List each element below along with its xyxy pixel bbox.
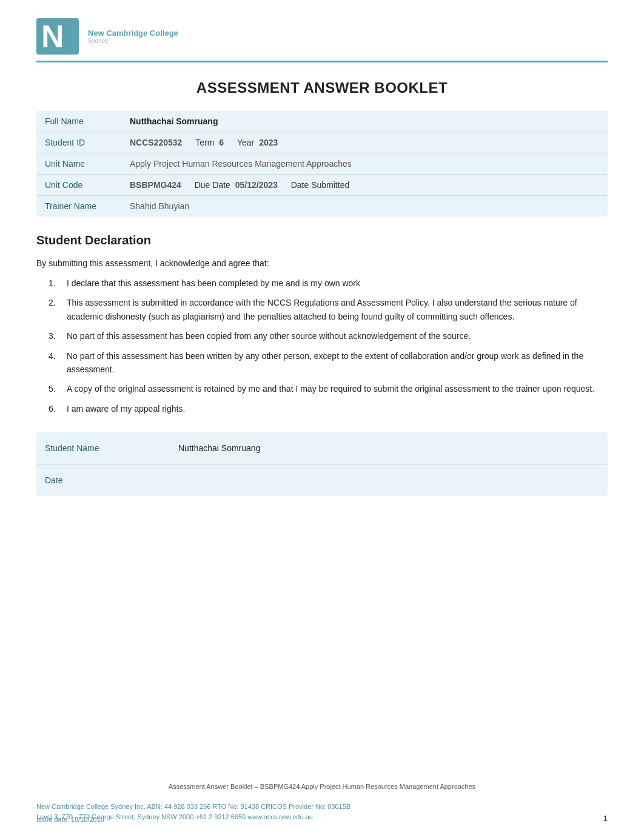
- trainer-label: Trainer Name: [36, 196, 121, 217]
- footer-issue-date: Issue date: 18/10/2018: [36, 816, 104, 823]
- table-row-unitcode: Unit Code BSBPMG424 Due Date 05/12/2023 …: [36, 175, 608, 196]
- studentid-label: Student ID: [36, 132, 121, 153]
- list-item: 4. No part of this assessment has been w…: [49, 349, 608, 377]
- info-table: Full Name Nutthachai Somruang Student ID…: [36, 111, 608, 216]
- unitcode-label: Unit Code: [36, 175, 121, 196]
- org-tagline: Sydney: [88, 38, 178, 44]
- table-row-fullname: Full Name Nutthachai Somruang: [36, 111, 608, 132]
- fullname-label: Full Name: [36, 111, 121, 132]
- page-title: ASSESSMENT ANSWER BOOKLET: [36, 79, 608, 96]
- duedate-label: Due Date: [195, 180, 230, 190]
- sig-date-label: Date: [36, 464, 170, 497]
- unitname-value: Apply Project Human Resources Management…: [121, 153, 608, 175]
- list-item: 5. A copy of the original assessment is …: [49, 382, 608, 395]
- logo-text-block: New Cambridge College Sydney: [88, 29, 178, 44]
- student-id-number: NCCS220532: [130, 138, 182, 147]
- year-label: Year: [237, 138, 254, 147]
- unitname-text: Apply Project Human Resources Management…: [130, 159, 352, 169]
- unitname-label: Unit Name: [36, 153, 121, 175]
- trainer-value: Shahid Bhuyian: [121, 196, 608, 217]
- footer-page-number: 1: [603, 814, 608, 823]
- fullname-value: Nutthachai Somruang: [121, 111, 608, 132]
- footer-institution-line1: New Cambridge College Sydney Inc. ABN: 4…: [36, 802, 351, 813]
- datesubmitted-label: Date Submitted: [291, 180, 350, 190]
- footer-bottom: Issue date: 18/10/2018 New Cambridge Col…: [36, 792, 608, 823]
- duedate-value: 05/12/2023: [235, 180, 278, 190]
- sig-date-value: [170, 464, 608, 497]
- table-row-studentid: Student ID NCCS220532 Term 6 Year 2023: [36, 132, 608, 153]
- term-label: Term: [195, 138, 214, 147]
- table-row-trainer: Trainer Name Shahid Bhuyian: [36, 196, 608, 217]
- sig-name-value: Nutthachai Somruang: [170, 432, 608, 464]
- signature-table: Student Name Nutthachai Somruang Date: [36, 432, 608, 496]
- unitcode-value: BSBPMG424 Due Date 05/12/2023 Date Submi…: [121, 175, 608, 196]
- sig-name-label: Student Name: [36, 432, 170, 464]
- studentid-value: NCCS220532 Term 6 Year 2023: [121, 132, 608, 153]
- declaration-intro: By submitting this assessment, I acknowl…: [36, 258, 608, 268]
- year-value: 2023: [259, 138, 278, 147]
- declaration-list: 1. I declare that this assessment has be…: [49, 277, 608, 415]
- student-declaration-section: Student Declaration By submitting this a…: [36, 233, 608, 415]
- list-item: 2. This assessment is submitted in accor…: [49, 296, 608, 323]
- term-value: 6: [219, 138, 224, 147]
- declaration-title: Student Declaration: [36, 233, 608, 247]
- footer-center-text: Assessment Answer Booklet – BSBPMG424 Ap…: [36, 783, 608, 790]
- page-header: N New Cambridge College Sydney: [36, 18, 608, 62]
- org-name: New Cambridge College: [88, 29, 178, 38]
- svg-text:N: N: [41, 19, 64, 54]
- list-item: 1. I declare that this assessment has be…: [49, 277, 608, 290]
- list-item: 3. No part of this assessment has been c…: [49, 329, 608, 343]
- sig-row-date: Date: [36, 464, 608, 497]
- table-row-unitname: Unit Name Apply Project Human Resources …: [36, 153, 608, 175]
- logo-icon: N: [36, 18, 79, 55]
- sig-row-name: Student Name Nutthachai Somruang: [36, 432, 608, 464]
- footer-left-block: Issue date: 18/10/2018 New Cambridge Col…: [36, 792, 351, 823]
- trainer-name-text: Shahid Bhuyian: [130, 201, 189, 211]
- footer-center: Assessment Answer Booklet – BSBPMG424 Ap…: [36, 783, 608, 793]
- list-item: 6. I am aware of my appeal rights.: [49, 402, 608, 415]
- unit-code-number: BSBPMG424: [130, 180, 181, 190]
